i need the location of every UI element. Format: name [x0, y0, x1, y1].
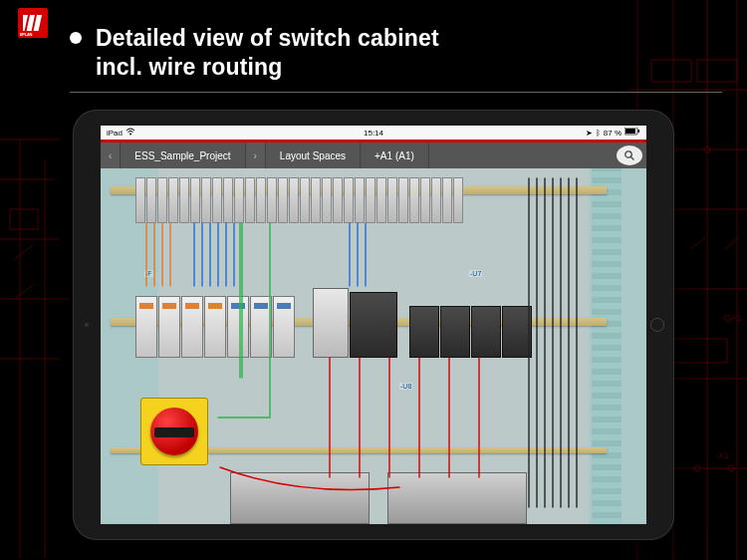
battery-label: 87 %: [604, 129, 622, 138]
toolbar-spacer: [429, 142, 613, 168]
svg-text:-X1: -X1: [715, 450, 729, 460]
terminal-block: [398, 177, 408, 223]
terminal-block: [256, 177, 266, 223]
home-button[interactable]: [650, 318, 664, 332]
contactor: [471, 306, 501, 358]
nav-forward-button[interactable]: ›: [246, 142, 266, 168]
terminal-block: [453, 177, 463, 223]
terminal-block: [179, 177, 189, 223]
ipad-frame: iPad 15:14 ➤ ᛒ 87 % ‹ ESS_Sample_Project…: [73, 110, 674, 540]
terminal-block: [245, 177, 255, 223]
terminal-block: [278, 177, 288, 223]
terminal-block: [376, 177, 386, 223]
search-button[interactable]: [617, 145, 642, 165]
bullet-icon: [70, 32, 82, 44]
circuit-breaker: [135, 296, 157, 358]
terminal-row-top: [135, 168, 587, 223]
isolator-handle: [154, 427, 194, 437]
svg-point-7: [694, 465, 700, 471]
terminal-block: [234, 177, 244, 223]
camera-dot: [85, 323, 89, 327]
svg-rect-13: [34, 15, 42, 31]
search-icon: [623, 149, 635, 161]
terminal-block: [267, 177, 277, 223]
svg-text:-QA1: -QA1: [721, 313, 742, 323]
contactor: [502, 306, 532, 358]
circuit-breaker: [250, 296, 272, 358]
project-name-label[interactable]: ESS_Sample_Project: [121, 142, 245, 168]
power-supply: [313, 288, 349, 358]
motor-starter: [350, 292, 397, 358]
terminal-block: [409, 177, 419, 223]
caption-line-1: Detailed view of switch cabinet: [96, 24, 439, 53]
carrier-label: iPad: [107, 129, 123, 138]
brand-name: EPLAN: [20, 32, 32, 37]
ios-status-bar: iPad 15:14 ➤ ᛒ 87 %: [101, 126, 646, 140]
terminal-block: [311, 177, 321, 223]
brand-logo: EPLAN: [18, 8, 48, 38]
cabinet-3d-viewport[interactable]: -U7 -U8 -F: [101, 168, 646, 524]
terminal-block: [223, 177, 233, 223]
circuit-breaker: [158, 296, 180, 358]
circuit-breaker: [181, 296, 203, 358]
svg-rect-2: [697, 60, 737, 82]
location-icon: ➤: [586, 129, 593, 138]
terminal-block: [289, 177, 299, 223]
location-label[interactable]: +A1 (A1): [361, 142, 429, 168]
bottom-blocks: [230, 472, 527, 524]
terminal-block: [333, 177, 343, 223]
terminal-block: [387, 177, 397, 223]
device-tag-u7: -U7: [469, 270, 482, 277]
app-toolbar: ‹ ESS_Sample_Project › Layout Spaces +A1…: [101, 142, 646, 168]
svg-point-8: [728, 465, 734, 471]
svg-rect-0: [10, 209, 38, 229]
mounting-block: [230, 472, 370, 524]
contactor: [440, 306, 470, 358]
caption-divider: [70, 92, 722, 93]
circuit-breaker: [273, 296, 295, 358]
svg-point-4: [704, 146, 710, 152]
terminal-block: [168, 177, 178, 223]
terminal-block: [300, 177, 310, 223]
terminal-block: [212, 177, 222, 223]
svg-rect-17: [638, 130, 640, 133]
terminal-block: [344, 177, 354, 223]
terminal-block: [135, 177, 145, 223]
terminal-block: [157, 177, 167, 223]
svg-line-19: [631, 157, 634, 160]
nav-back-button[interactable]: ‹: [101, 142, 121, 168]
terminal-block: [355, 177, 365, 223]
svg-point-14: [129, 134, 131, 136]
component-row-mid: [135, 283, 587, 358]
terminal-block: [420, 177, 430, 223]
terminal-block: [190, 177, 200, 223]
circuit-breaker: [204, 296, 226, 358]
device-tag-f: -F: [144, 270, 153, 277]
main-isolator-switch: [140, 398, 208, 465]
bluetooth-icon: ᛒ: [596, 129, 601, 138]
wiring-duct: [592, 168, 622, 524]
battery-icon: [624, 128, 640, 138]
clock-label: 15:14: [364, 129, 383, 138]
slide-caption: Detailed view of switch cabinet incl. wi…: [70, 24, 687, 82]
wifi-icon: [125, 128, 135, 138]
circuit-breaker: [227, 296, 249, 358]
svg-rect-12: [27, 15, 35, 31]
terminal-block: [442, 177, 452, 223]
ipad-screen: iPad 15:14 ➤ ᛒ 87 % ‹ ESS_Sample_Project…: [101, 126, 646, 524]
svg-rect-16: [625, 129, 635, 134]
contactor: [409, 306, 439, 358]
mounting-block: [387, 472, 527, 524]
terminal-block: [431, 177, 441, 223]
terminal-block: [201, 177, 211, 223]
device-tag-u8: -U8: [399, 383, 412, 390]
svg-point-18: [625, 151, 631, 157]
terminal-block: [322, 177, 332, 223]
terminal-block: [146, 177, 156, 223]
caption-line-2: incl. wire routing: [96, 53, 439, 82]
section-label[interactable]: Layout Spaces: [266, 142, 361, 168]
terminal-block: [366, 177, 375, 223]
